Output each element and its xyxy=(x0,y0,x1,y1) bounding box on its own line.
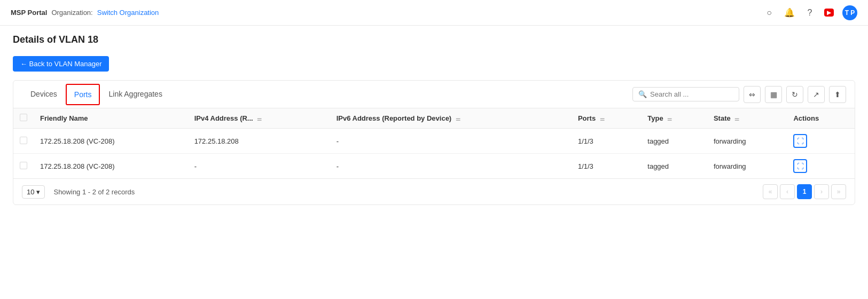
expand-row-button-0[interactable]: ⛶ xyxy=(793,134,807,148)
page-header: Details of VLAN 18 xyxy=(0,26,868,50)
top-nav: MSP Portal Organization: Switch Organiza… xyxy=(0,0,868,26)
type-filter-icon[interactable]: ⚌ xyxy=(667,116,672,122)
export-button[interactable]: ⬆ xyxy=(829,86,846,103)
nav-left: MSP Portal Organization: Switch Organiza… xyxy=(11,9,159,17)
first-page-button[interactable]: « xyxy=(763,184,778,199)
ports-filter-icon[interactable]: ⚌ xyxy=(600,116,605,122)
prev-page-button[interactable]: ‹ xyxy=(780,184,795,199)
search-nav-icon[interactable]: ○ xyxy=(763,7,775,19)
pagination-controls: « ‹ 1 › » xyxy=(763,184,846,199)
expand-row-button-1[interactable]: ⛶ xyxy=(793,159,807,173)
select-all-checkbox[interactable] xyxy=(20,114,27,121)
col-ipv6: IPv6 Address (Reported by Device) ⚌ xyxy=(330,108,572,129)
table-row: 172.25.18.208 (VC-208) - - 1/1/3 tagged … xyxy=(13,154,855,179)
state-filter-icon[interactable]: ⚌ xyxy=(734,116,739,122)
tab-link-aggregates[interactable]: Link Aggregates xyxy=(100,82,170,107)
columns-button[interactable]: ▦ xyxy=(765,86,782,103)
col-ports: Ports ⚌ xyxy=(572,108,641,129)
avatar[interactable]: T P xyxy=(842,5,857,20)
cell-type-0: tagged xyxy=(641,129,707,154)
portal-label: MSP Portal xyxy=(11,9,47,17)
toolbar-right: 🔍 ⇔ ▦ ↻ ↗ ⬆ xyxy=(632,86,846,103)
help-icon[interactable]: ? xyxy=(804,7,816,19)
page-1-button[interactable]: 1 xyxy=(797,184,812,199)
tab-section: Devices Ports Link Aggregates 🔍 ⇔ ▦ ↻ ↗ xyxy=(13,80,855,205)
tabs: Devices Ports Link Aggregates xyxy=(22,82,171,106)
cell-friendly-name-0: 172.25.18.208 (VC-208) xyxy=(34,129,188,154)
youtube-icon[interactable]: ▶ xyxy=(824,9,834,17)
tab-ports[interactable]: Ports xyxy=(66,84,100,105)
switch-org-link[interactable]: Switch Organization xyxy=(97,9,159,17)
cell-ports-1: 1/1/3 xyxy=(572,154,641,179)
cell-ipv4-0: 172.25.18.208 xyxy=(188,129,330,154)
cell-state-1: forwarding xyxy=(707,154,787,179)
row-checkbox-0[interactable] xyxy=(20,137,27,144)
next-page-button[interactable]: › xyxy=(814,184,829,199)
page-size-select[interactable]: 10 ▾ xyxy=(22,185,45,199)
external-link-button[interactable]: ↗ xyxy=(808,86,825,103)
nav-right: ○ 🔔 ? ▶ T P xyxy=(763,5,857,20)
pagination-bar: 10 ▾ Showing 1 - 2 of 2 records « ‹ 1 › … xyxy=(13,178,855,204)
cell-type-1: tagged xyxy=(641,154,707,179)
table-row: 172.25.18.208 (VC-208) 172.25.18.208 - 1… xyxy=(13,129,855,154)
page-title: Details of VLAN 18 xyxy=(13,34,855,45)
cell-actions-0: ⛶ xyxy=(787,129,855,154)
chevron-down-icon: ▾ xyxy=(36,188,40,196)
row-checkbox-1[interactable] xyxy=(20,162,27,169)
cell-actions-1: ⛶ xyxy=(787,154,855,179)
back-to-vlan-manager-button[interactable]: ← Back to VLAN Manager xyxy=(13,56,109,72)
org-prefix: Organization: xyxy=(51,9,92,17)
refresh-button[interactable]: ↻ xyxy=(786,86,803,103)
bell-icon[interactable]: 🔔 xyxy=(784,7,795,19)
cell-ipv4-1: - xyxy=(188,154,330,179)
last-page-button[interactable]: » xyxy=(831,184,846,199)
col-state: State ⚌ xyxy=(707,108,787,129)
ipv6-filter-icon[interactable]: ⚌ xyxy=(456,116,460,122)
expand-columns-button[interactable]: ⇔ xyxy=(744,86,761,103)
content-area: ← Back to VLAN Manager Devices Ports Lin… xyxy=(0,50,868,211)
records-count: Showing 1 - 2 of 2 records xyxy=(53,188,135,196)
cell-ports-0: 1/1/3 xyxy=(572,129,641,154)
cell-ipv6-0: - xyxy=(330,129,572,154)
col-type: Type ⚌ xyxy=(641,108,707,129)
select-all-header[interactable] xyxy=(13,108,34,129)
data-table: Friendly Name IPv4 Address (R... ⚌ IPv6 … xyxy=(13,108,855,178)
table-body: 172.25.18.208 (VC-208) 172.25.18.208 - 1… xyxy=(13,129,855,179)
search-box[interactable]: 🔍 xyxy=(632,87,739,101)
table-header-row: Friendly Name IPv4 Address (R... ⚌ IPv6 … xyxy=(13,108,855,129)
cell-ipv6-1: - xyxy=(330,154,572,179)
cell-friendly-name-1: 172.25.18.208 (VC-208) xyxy=(34,154,188,179)
cell-state-0: forwarding xyxy=(707,129,787,154)
col-friendly-name: Friendly Name xyxy=(34,108,188,129)
search-icon: 🔍 xyxy=(638,90,647,98)
col-ipv4: IPv4 Address (R... ⚌ xyxy=(188,108,330,129)
ipv4-filter-icon[interactable]: ⚌ xyxy=(257,116,262,122)
tab-toolbar: Devices Ports Link Aggregates 🔍 ⇔ ▦ ↻ ↗ xyxy=(13,81,855,108)
col-actions: Actions xyxy=(787,108,855,129)
tab-devices[interactable]: Devices xyxy=(22,82,66,107)
search-input[interactable] xyxy=(650,90,733,98)
